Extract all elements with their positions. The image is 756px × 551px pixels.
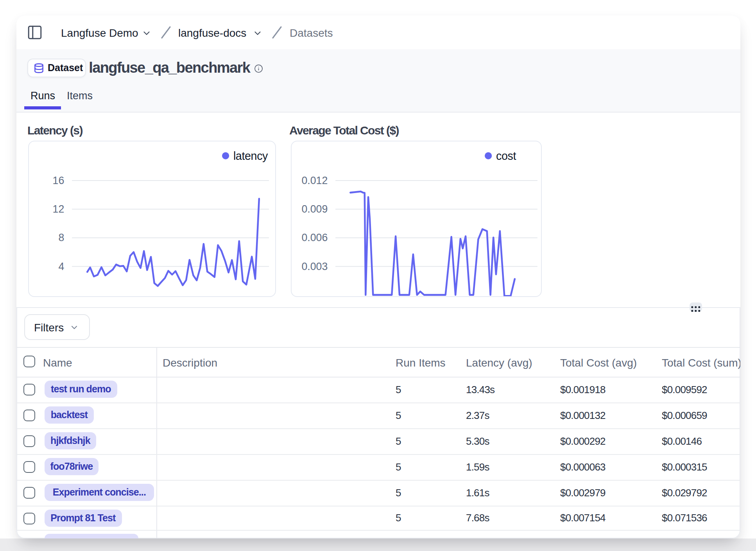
svg-text:latency: latency: [233, 150, 268, 163]
svg-text:12: 12: [52, 204, 64, 215]
svg-text:0.012: 0.012: [301, 175, 327, 186]
svg-text:cost: cost: [496, 150, 516, 163]
svg-text:4: 4: [58, 261, 64, 272]
svg-text:0.003: 0.003: [301, 261, 327, 272]
svg-text:0.009: 0.009: [301, 204, 327, 215]
svg-text:16: 16: [52, 175, 64, 186]
svg-text:0.006: 0.006: [301, 232, 327, 244]
svg-text:8: 8: [58, 232, 64, 244]
